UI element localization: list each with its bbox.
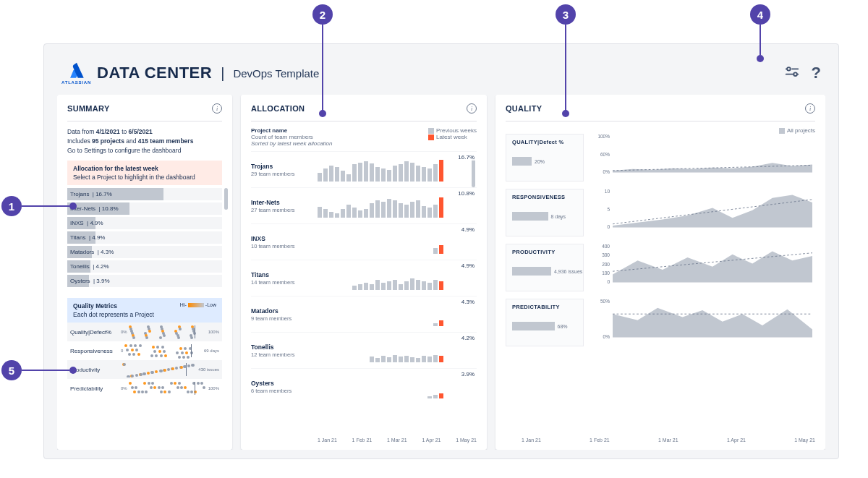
quality-legend: All projects — [506, 127, 815, 134]
top-bar: ATLASSIAN DATA CENTER | DevOps Template … — [57, 56, 825, 95]
swatch-latest-icon — [428, 135, 434, 140]
allocation-row[interactable]: Tonellis12 team members4.2% — [251, 332, 477, 368]
callout-2: 2 — [312, 4, 333, 25]
callout-5: 5 — [1, 360, 22, 380]
quality-trend-chart: 4003002001000 — [597, 244, 815, 291]
quality-summary-card[interactable]: QUALITY|Defect %20% — [506, 134, 584, 182]
project-bar-row[interactable]: Titans | 4.9% — [67, 231, 222, 244]
callout-dot — [757, 55, 764, 62]
quality-metric-row[interactable]: Predictability0%100% — [67, 379, 222, 398]
quality-trend-chart: 100%60%0% — [597, 134, 815, 182]
allocation-title: ALLOCATION — [251, 104, 305, 113]
allocation-row[interactable]: Trojans29 team members16.7% — [251, 151, 477, 187]
callout-line — [22, 370, 69, 371]
callout-line — [322, 25, 323, 111]
callout-line — [565, 25, 566, 111]
divider — [251, 121, 477, 121]
quality-trend-chart: 50%0% — [597, 299, 815, 346]
project-bar-row[interactable]: INXS | 4.9% — [67, 217, 222, 229]
quality-summary-card[interactable]: PRODUCTIVITY4,936 issues — [506, 244, 584, 291]
allocation-row[interactable]: Oysters6 team members3.9% — [251, 368, 477, 404]
quality-metric-row[interactable]: Responsiveness069 days — [67, 341, 222, 360]
info-icon[interactable]: i — [805, 103, 815, 114]
callout-dot — [69, 202, 77, 210]
callout-3: 3 — [556, 4, 576, 25]
allocation-row[interactable]: Titans14 team members4.9% — [251, 260, 477, 296]
logo-text: ATLASSIAN — [61, 80, 91, 85]
help-icon[interactable]: ? — [812, 64, 821, 82]
callout-dot — [69, 367, 77, 374]
divider — [506, 121, 815, 121]
callout-4: 4 — [750, 4, 770, 25]
info-icon[interactable]: i — [212, 103, 222, 114]
project-bar-row[interactable]: Matadors | 4.3% — [67, 246, 222, 258]
quality-summary-card[interactable]: RESPONSIVENESS8 days — [506, 189, 584, 236]
quality-x-axis: 1 Jan 211 Feb 211 Mar 211 Apr 211 May 21 — [506, 438, 815, 443]
project-bar-list: Trojans | 16.7%Inter-Nets | 10.8%INXS | … — [67, 188, 222, 289]
scrollbar-thumb[interactable] — [224, 188, 228, 210]
summary-meta: Data from 4/1/2021 to 6/5/2021 Includes … — [67, 127, 222, 155]
summary-title: SUMMARY — [67, 104, 110, 113]
divider — [67, 121, 222, 121]
title-block: ATLASSIAN DATA CENTER | DevOps Template — [61, 61, 319, 85]
quality-metric-row[interactable]: Quality|Defect%0%100% — [67, 323, 222, 341]
swatch-previous-icon — [428, 128, 434, 134]
callout-line — [760, 25, 761, 55]
callout-dot — [319, 110, 326, 117]
quality-trend-chart: 1050 — [597, 189, 815, 236]
project-bar-row[interactable]: Trojans | 16.7% — [67, 188, 222, 200]
callout-line — [22, 205, 69, 207]
quality-title: QUALITY — [506, 104, 542, 113]
allocation-x-axis: 1 Jan 211 Feb 211 Mar 211 Apr 211 May 21 — [251, 438, 477, 443]
allocation-row[interactable]: Inter-Nets27 team members10.8% — [251, 187, 477, 223]
allocation-row[interactable]: Matadors9 team members4.3% — [251, 296, 477, 332]
callout-1: 1 — [1, 196, 22, 216]
atlassian-logo: ATLASSIAN — [61, 61, 91, 85]
quality-panel: QUALITY i All projects QUALITY|Defect %2… — [495, 95, 825, 450]
atlassian-mark-icon — [67, 61, 86, 80]
quality-metrics-callout: Hi--Low Quality Metrics Each dot represe… — [67, 298, 222, 323]
allocation-row[interactable]: INXS10 team members4.9% — [251, 223, 477, 260]
project-bar-row[interactable]: Oysters | 3.9% — [67, 275, 222, 287]
page-title: DATA CENTER — [97, 64, 212, 82]
project-bar-row[interactable]: Inter-Nets | 10.8% — [67, 202, 222, 215]
allocation-header: Project name Count of team members Sorte… — [251, 127, 477, 147]
page-subtitle: DevOps Template — [233, 67, 319, 80]
info-icon[interactable]: i — [467, 103, 477, 114]
callout-dot — [562, 110, 569, 117]
allocation-callout: Allocation for the latest week Select a … — [67, 161, 222, 185]
quality-metric-row[interactable]: Productivity430 issues — [67, 360, 222, 379]
allocation-panel: ALLOCATION i Project name Count of team … — [241, 95, 487, 450]
quality-summary-card[interactable]: PREDICTABILITY68% — [506, 299, 584, 346]
project-bar-row[interactable]: Tonellis | 4.2% — [67, 260, 222, 273]
title-separator: | — [221, 65, 224, 82]
swatch-all-projects-icon — [779, 128, 785, 134]
summary-panel: SUMMARY i Data from 4/1/2021 to 6/5/2021… — [57, 95, 232, 450]
qm-legend: Hi--Low — [180, 302, 216, 307]
settings-icon[interactable] — [784, 64, 800, 82]
dashboard-frame: ATLASSIAN DATA CENTER | DevOps Template … — [43, 43, 839, 459]
